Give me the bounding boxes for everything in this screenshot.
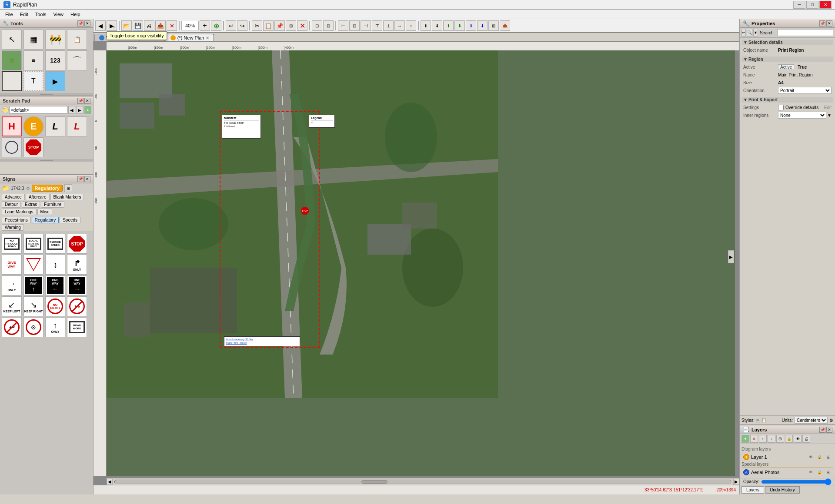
redo-button[interactable]: ↪ xyxy=(237,20,247,31)
back-button[interactable]: ◀ xyxy=(95,20,106,31)
sign-keep-left[interactable]: ↙ KEEP LEFT xyxy=(2,296,22,316)
hatch-tool-button[interactable]: ▦ xyxy=(23,30,43,50)
filter-advance[interactable]: Advance xyxy=(2,194,25,200)
align-right-button[interactable]: ⊣ xyxy=(361,20,371,31)
scratch-l-red-sign[interactable]: L xyxy=(67,116,87,136)
tab-new-plan[interactable]: (*) New Plan ✕ xyxy=(166,34,214,41)
scroll-thumb[interactable] xyxy=(361,480,387,484)
sign-no-uturn[interactable]: ↩ xyxy=(2,317,22,337)
zoom-in-button[interactable]: + xyxy=(200,20,210,31)
layer-lock-btn[interactable]: 🔒 xyxy=(785,435,793,443)
aerial-print[interactable]: 🖨 xyxy=(825,469,832,475)
sign-yield-triangle[interactable] xyxy=(23,255,43,275)
scratch-nav-right[interactable]: ▶ xyxy=(76,106,83,114)
sign-no-overtake[interactable]: ⊗ xyxy=(23,317,43,337)
signs-pin-button[interactable]: 📌 xyxy=(77,176,84,182)
send-back2-button[interactable]: ⬇ xyxy=(477,20,488,31)
minimize-button[interactable]: ─ xyxy=(793,1,805,9)
layer-add-btn[interactable]: + xyxy=(741,435,749,443)
scratch-add-button[interactable]: + xyxy=(84,106,91,114)
hscroll-right[interactable]: ▶ xyxy=(733,479,739,485)
tools-panel-header[interactable]: 🔧 Tools 📌 ✕ xyxy=(0,19,93,28)
aerial-eye[interactable]: 👁 xyxy=(807,469,814,475)
map-stop-sign[interactable]: STOP xyxy=(301,207,310,216)
layer-print-btn[interactable]: 🖨 xyxy=(802,435,810,443)
menu-help[interactable]: Help xyxy=(67,11,84,18)
zoom-fit-button[interactable]: ⊕ xyxy=(211,20,221,31)
scroll-right[interactable]: ▶ xyxy=(728,250,734,263)
sign-one-way-up[interactable]: ONEWAY↑ xyxy=(23,275,43,295)
menu-view[interactable]: View xyxy=(50,11,67,18)
text-tool-button[interactable]: T xyxy=(23,71,43,91)
sign-give-way[interactable]: GIVEWAY xyxy=(2,255,22,275)
cat-regulatory[interactable]: Regulatory xyxy=(32,217,59,223)
filter-detour[interactable]: Detour xyxy=(2,201,21,208)
print-button[interactable]: 🖨 xyxy=(144,20,154,31)
layer-down-btn[interactable]: ↓ xyxy=(768,435,775,443)
sign-right-only[interactable]: → ONLY xyxy=(2,275,22,295)
maximize-button[interactable]: □ xyxy=(806,1,818,9)
aerial-photos-row[interactable]: A Aerial Photos 👁 🔒 🖨 xyxy=(741,468,833,476)
filter-misc[interactable]: Misc xyxy=(37,209,53,215)
sign-reduce-speed[interactable]: REDUCESPEED xyxy=(45,234,65,254)
ungroup-button[interactable]: ⊟ xyxy=(323,20,334,31)
props-pin-button[interactable]: 📌 xyxy=(819,20,825,27)
signs-close-button[interactable]: ✕ xyxy=(84,176,90,182)
sign-no-entry[interactable]: NO ENTRY xyxy=(45,296,65,316)
opacity-slider[interactable] xyxy=(761,480,832,484)
menu-edit[interactable]: Edit xyxy=(17,11,32,18)
group-button[interactable]: ⊡ xyxy=(312,20,322,31)
layer-delete-btn[interactable]: ✕ xyxy=(750,435,758,443)
menu-tools[interactable]: Tools xyxy=(32,11,50,18)
layer-1-lock[interactable]: 🔒 xyxy=(816,454,823,460)
layer-1-row[interactable]: 1 Layer 1 👁 🔒 🖨 xyxy=(741,453,833,461)
legend-box[interactable]: Legend ─ xyxy=(309,115,335,128)
props-tb-filter[interactable]: ▼ xyxy=(753,29,758,36)
terrain-tool-button[interactable]: 🌿 xyxy=(2,50,22,70)
canvas-area[interactable]: 100m 150m 200m 250m 300m 350m 400m xyxy=(94,42,739,485)
sign-keep-right[interactable]: ↘ KEEP RIGHT xyxy=(23,296,43,316)
scratch-panel-header[interactable]: Scratch Pad 📌 ✕ xyxy=(0,96,93,105)
align-left-button[interactable]: ⊢ xyxy=(338,20,348,31)
layer-1-print[interactable]: 🖨 xyxy=(825,454,832,460)
align-center-button[interactable]: ⊡ xyxy=(349,20,360,31)
image-tool-button[interactable]: ▶ xyxy=(45,71,65,91)
scratch-l-black-sign[interactable]: L xyxy=(45,116,65,136)
note-tool-button[interactable]: 📋 xyxy=(67,30,87,50)
close-plan-button[interactable]: ✕ xyxy=(167,20,177,31)
units-select[interactable]: Centimeters Meters Inches xyxy=(795,417,828,424)
layers-close-button[interactable]: ✕ xyxy=(826,427,832,433)
props-inner-select[interactable]: None xyxy=(778,112,826,119)
aerial-lock[interactable]: 🔒 xyxy=(816,469,823,475)
props-selection-header[interactable]: ▼ Selection details xyxy=(741,40,833,45)
tools-close-button[interactable]: ✕ xyxy=(84,20,90,27)
open-button[interactable]: 📂 xyxy=(121,20,132,31)
styles-settings-btn[interactable]: ⚙ xyxy=(829,418,833,423)
save-button[interactable]: 💾 xyxy=(133,20,143,31)
filter-lane-markings[interactable]: Lane Markings xyxy=(2,209,37,215)
props-print-header[interactable]: ▼ Print & Export xyxy=(741,97,833,103)
tab-undo-history[interactable]: Undo History xyxy=(765,486,800,494)
props-inner-expand[interactable]: ▼ xyxy=(827,113,832,118)
scratch-e-sign[interactable]: E xyxy=(23,116,43,136)
scratch-stop-sign[interactable]: STOP xyxy=(23,137,43,157)
curve-tool-button[interactable]: ⌒ xyxy=(67,50,87,70)
filter-aftercare[interactable]: Aftercare xyxy=(26,194,50,200)
select-tool-button[interactable]: ↖ xyxy=(2,30,22,50)
bring-front-button[interactable]: ⬆ xyxy=(466,20,476,31)
sign-stop[interactable]: STOP xyxy=(67,234,87,254)
props-close-button[interactable]: ✕ xyxy=(826,20,832,27)
sign-turn-only[interactable]: ↱ ONLY xyxy=(67,255,87,275)
cat-warning[interactable]: Warning xyxy=(2,224,24,231)
layers-pin-button[interactable]: 📌 xyxy=(819,427,825,433)
map-canvas[interactable]: Manifest T R HOLD STOPT 4 Road Legend ─ … xyxy=(107,50,735,476)
sign-one-way-right[interactable]: ONEWAY→ xyxy=(67,275,87,295)
filter-furniture[interactable]: Furniture xyxy=(41,201,64,208)
signs-panel-header[interactable]: Signs 📌 ✕ xyxy=(0,175,93,183)
scratch-pin-button[interactable]: 📌 xyxy=(77,98,84,104)
sign-two-way[interactable]: ↕ xyxy=(45,255,65,275)
layer-move-button[interactable]: ⬆ xyxy=(421,20,431,31)
copy-button[interactable]: 📋 xyxy=(263,20,274,31)
filter-extras[interactable]: Extras xyxy=(22,201,40,208)
toolbar-misc1[interactable]: ⊞ xyxy=(488,20,499,31)
